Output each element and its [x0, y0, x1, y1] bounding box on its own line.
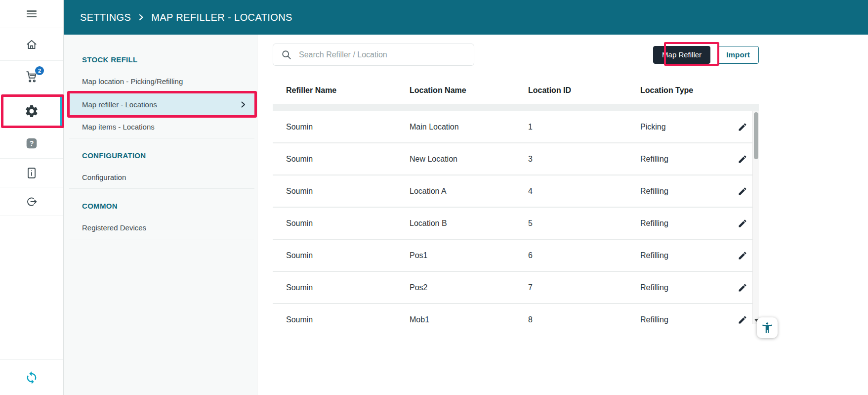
nav-section: STOCK REFILL Map location - Picking/Refi… [64, 55, 257, 138]
help-icon: ? [25, 137, 38, 150]
info-document-icon [25, 167, 38, 179]
cell-refiller-name: Soumin [286, 315, 410, 324]
cell-location-id: 7 [528, 283, 640, 292]
nav-item[interactable]: Configuration [69, 166, 254, 189]
breadcrumb-chevron-icon [138, 13, 144, 21]
import-button[interactable]: Import [717, 46, 759, 64]
sync-button[interactable] [0, 359, 63, 395]
map-refiller-button[interactable]: Map Refiller [653, 46, 710, 64]
app-screen: 2 ? [0, 0, 868, 395]
cell-refiller-name: Soumin [286, 219, 410, 228]
cell-location-name: New Location [410, 155, 528, 164]
nav-item-label: Configuration [82, 173, 126, 181]
edit-button[interactable] [736, 217, 749, 230]
cell-location-type: Picking [640, 123, 736, 132]
top-header-bar: SETTINGS MAP REFILLER - LOCATIONS [64, 0, 868, 35]
accessibility-widget-button[interactable] [757, 317, 778, 338]
content-area: STOCK REFILL Map location - Picking/Refi… [64, 35, 868, 395]
table-row[interactable]: Soumin Mob1 8 Refilling [273, 304, 759, 324]
cell-location-type: Refilling [640, 187, 736, 196]
cell-location-id: 6 [528, 251, 640, 260]
header-location-name: Location Name [410, 86, 528, 95]
sidebar-item-help[interactable]: ? [0, 128, 63, 159]
right-column: SETTINGS MAP REFILLER - LOCATIONS STOCK … [64, 0, 868, 395]
nav-item-label: Map location - Picking/Refilling [82, 77, 183, 86]
cell-refiller-name: Soumin [286, 251, 410, 260]
nav-section-title: STOCK REFILL [64, 55, 257, 65]
edit-button[interactable] [736, 313, 749, 324]
table-row[interactable]: Soumin New Location 3 Refilling [273, 143, 759, 176]
edit-button[interactable] [736, 120, 749, 134]
edit-pencil-icon [738, 219, 747, 228]
cell-location-type: Refilling [640, 315, 736, 324]
table-row[interactable]: Soumin Pos2 7 Refilling [273, 272, 759, 304]
edit-pencil-icon [738, 315, 747, 324]
table-row[interactable]: Soumin Location A 4 Refilling [273, 176, 759, 208]
cell-refiller-name: Soumin [286, 123, 410, 132]
edit-button[interactable] [736, 152, 749, 166]
edit-pencil-icon [738, 186, 747, 196]
table-row[interactable]: Soumin Pos1 6 Refilling [273, 240, 759, 272]
logout-icon [25, 195, 38, 208]
search-box[interactable] [273, 44, 474, 66]
edit-button[interactable] [736, 281, 749, 295]
nav-item[interactable]: Map refiller - Locations [69, 93, 254, 116]
hamburger-icon [27, 9, 37, 19]
side-nav: STOCK REFILL Map location - Picking/Refi… [64, 35, 257, 395]
cart-badge: 2 [35, 66, 44, 75]
sidebar-item-home[interactable] [0, 28, 63, 61]
gear-icon [24, 104, 39, 119]
cell-location-name: Main Location [410, 123, 528, 132]
sync-icon [25, 371, 39, 385]
nav-item[interactable]: Registered Devices [69, 217, 254, 239]
nav-item[interactable]: Map location - Picking/Refilling [69, 70, 254, 93]
page-title: MAP REFILLER - LOCATIONS [151, 12, 292, 23]
table-row[interactable]: Soumin Location B 5 Refilling [273, 208, 759, 240]
scrollbar-thumb[interactable] [754, 112, 758, 159]
table-scrollbar[interactable] [752, 111, 759, 324]
nav-item[interactable]: Map items - Locations [69, 116, 254, 138]
table-body: Soumin Main Location 1 Picking Soumin Ne… [273, 111, 759, 324]
menu-button[interactable] [0, 0, 63, 28]
edit-button[interactable] [736, 249, 749, 263]
nav-item-label: Registered Devices [82, 223, 146, 232]
cell-location-id: 3 [528, 155, 640, 164]
table-row[interactable]: Soumin Main Location 1 Picking [273, 111, 759, 143]
home-icon [25, 38, 39, 51]
edit-pencil-icon [738, 251, 747, 261]
sidebar-item-orders[interactable]: 2 [0, 61, 63, 94]
nav-section-title: COMMON [64, 202, 257, 212]
cell-refiller-name: Soumin [286, 283, 410, 292]
header-location-type: Location Type [640, 86, 736, 95]
refiller-locations-table: Refiller Name Location Name Location ID … [273, 77, 759, 324]
cell-refiller-name: Soumin [286, 155, 410, 164]
sidebar-item-logout[interactable] [0, 187, 63, 216]
cell-location-type: Refilling [640, 251, 736, 260]
search-icon [281, 49, 292, 60]
search-input[interactable] [299, 50, 474, 59]
sidebar-item-settings[interactable] [0, 94, 63, 128]
cell-location-name: Location A [410, 187, 528, 196]
chevron-right-icon [241, 101, 246, 108]
nav-item-label: Map refiller - Locations [82, 100, 157, 109]
cell-location-type: Refilling [640, 219, 736, 228]
cell-location-name: Location B [410, 219, 528, 228]
nav-section: COMMON Registered Devices [64, 202, 257, 239]
icon-sidebar: 2 ? [0, 0, 64, 395]
cell-location-id: 1 [528, 123, 640, 132]
edit-pencil-icon [738, 122, 747, 132]
main-panel: Map Refiller Import Refiller Name Locati… [257, 35, 868, 395]
nav-section-title: CONFIGURATION [64, 151, 257, 161]
cell-location-id: 5 [528, 219, 640, 228]
edit-pencil-icon [738, 154, 747, 164]
toolbar: Map Refiller Import [273, 44, 759, 66]
edit-button[interactable] [736, 184, 749, 198]
svg-text:?: ? [30, 139, 34, 147]
cell-location-id: 4 [528, 187, 640, 196]
breadcrumb-settings[interactable]: SETTINGS [80, 12, 131, 23]
nav-section: CONFIGURATION Configuration [64, 151, 257, 189]
cell-location-type: Refilling [640, 283, 736, 292]
cell-location-type: Refilling [640, 155, 736, 164]
table-header-gap [273, 104, 759, 111]
sidebar-item-info[interactable] [0, 159, 63, 187]
